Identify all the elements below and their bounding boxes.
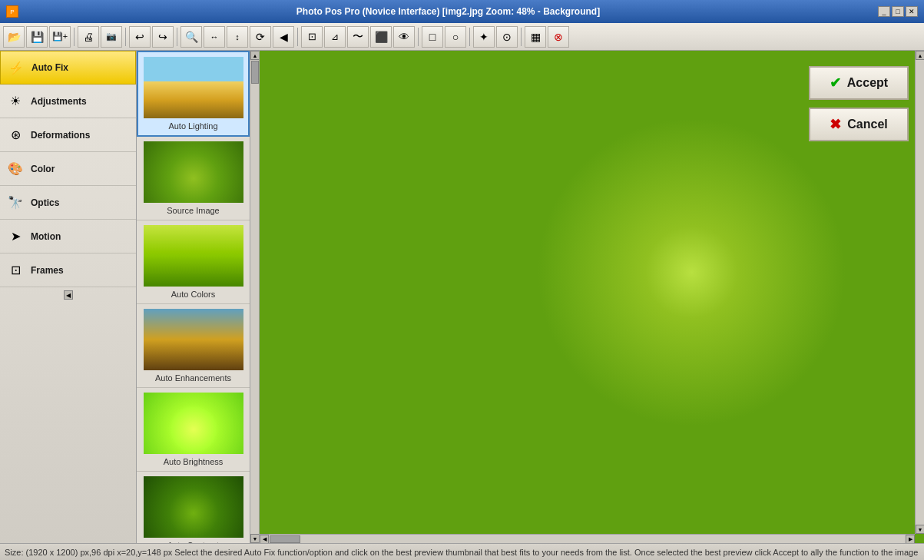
app-logo: P: [6, 5, 18, 18]
tb-sep-4: [297, 28, 298, 46]
action-buttons: ✔ Accept ✖ Cancel: [809, 66, 909, 141]
thumb-auto-brightness[interactable]: Auto Brightness: [137, 388, 250, 472]
main-area: ⚡ Auto Fix ☀ Adjustments ⊛ Deformations …: [0, 51, 924, 543]
zoom-button[interactable]: 🔍: [180, 26, 202, 48]
crop-button[interactable]: ⊡: [301, 26, 323, 48]
canvas-scroll-down[interactable]: ▼: [916, 525, 924, 534]
flip-h-button[interactable]: ↔: [204, 26, 225, 48]
deformations-icon: ⊛: [6, 126, 25, 144]
tb-sep-3: [177, 28, 177, 46]
thumb-auto-colors-label: Auto Colors: [141, 290, 245, 299]
titlebar: P Photo Pos Pro (Novice Interface) [img2…: [0, 0, 924, 23]
lasso-button[interactable]: ⊙: [496, 26, 518, 48]
accept-label: Accept: [847, 76, 888, 90]
sidebar-label-color: Color: [31, 164, 55, 174]
stamp-button[interactable]: ⬛: [370, 26, 392, 48]
sidebar-item-auto-fix[interactable]: ⚡ Auto Fix: [0, 51, 136, 84]
sidebar-label-deformations: Deformations: [31, 130, 90, 141]
sidebar-label-motion: Motion: [31, 231, 61, 242]
tb-sep-2: [125, 28, 126, 46]
warp-button[interactable]: 〜: [347, 26, 369, 48]
scroll-thumb-h[interactable]: [270, 535, 300, 543]
rotate-button[interactable]: ⟳: [250, 26, 271, 48]
levels-button[interactable]: ▦: [525, 26, 546, 48]
scroll-right-arrow[interactable]: ▶: [906, 535, 915, 543]
redo-button[interactable]: ↪: [152, 26, 174, 48]
adjustments-icon: ☀: [6, 92, 25, 111]
thumb-auto-lighting-label: Auto Lighting: [143, 121, 243, 131]
magic-wand-button[interactable]: ✦: [473, 26, 495, 48]
sidebar-item-adjustments[interactable]: ☀ Adjustments: [0, 84, 136, 118]
sidebar-label-frames: Frames: [31, 265, 64, 276]
open-button[interactable]: 📂: [3, 26, 25, 48]
back-button[interactable]: ◀: [273, 26, 294, 48]
sidebar-label-optics: Optics: [31, 197, 59, 208]
auto-fix-icon: ⚡: [7, 58, 25, 77]
cancel-button[interactable]: ✖ Cancel: [809, 108, 909, 141]
window-title: Photo Pos Pro (Novice Interface) [img2.j…: [18, 6, 878, 17]
scroll-up-arrow[interactable]: ▲: [250, 51, 260, 60]
thumb-source-image-image: [144, 141, 243, 203]
thumb-auto-enhancements-label: Auto Enhancements: [141, 373, 245, 383]
accept-icon: ✔: [830, 75, 841, 91]
sidebar: ⚡ Auto Fix ☀ Adjustments ⊛ Deformations …: [0, 51, 137, 543]
thumb-auto-colors[interactable]: Auto Colors: [137, 220, 250, 304]
window-controls[interactable]: _ □ ✕: [878, 6, 918, 17]
restore-button[interactable]: □: [892, 6, 904, 17]
thumb-source-image[interactable]: Source Image: [137, 137, 250, 220]
close-button[interactable]: ✕: [906, 6, 918, 17]
sidebar-collapse-button[interactable]: ◀: [64, 290, 73, 300]
ellipse-select-button[interactable]: ○: [445, 26, 466, 48]
tb-sep-6: [469, 28, 470, 46]
undo-button[interactable]: ↩: [129, 26, 151, 48]
cancel-icon: ✖: [830, 116, 841, 133]
sidebar-item-deformations[interactable]: ⊛ Deformations: [0, 118, 136, 152]
tb-sep-7: [521, 28, 522, 46]
status-text: Size: (1920 x 1200) px,96 dpi x=20,y=148…: [5, 548, 918, 557]
color-icon: 🎨: [6, 160, 25, 178]
scroll-thumb[interactable]: [251, 61, 259, 84]
thumb-auto-contrast-label: Auto Contrast: [141, 541, 245, 543]
tb-sep-1: [74, 28, 75, 46]
flip-v-button[interactable]: ↕: [227, 26, 248, 48]
sidebar-item-frames[interactable]: ⊡ Frames: [0, 253, 136, 287]
thumb-auto-brightness-label: Auto Brightness: [141, 457, 245, 466]
canvas-v-scrollbar[interactable]: ▲ ▼: [915, 51, 924, 534]
sidebar-item-motion[interactable]: ➤ Motion: [0, 220, 136, 253]
thumb-auto-enhancements[interactable]: Auto Enhancements: [137, 304, 250, 388]
canvas-area: ✔ Accept ✖ Cancel ◀ ▶ ▲ ▼: [260, 51, 924, 543]
optics-icon: 🔭: [6, 194, 25, 212]
canvas-scroll-up[interactable]: ▲: [916, 51, 924, 60]
perspective-button[interactable]: ⊿: [324, 26, 346, 48]
thumbnail-panel: Auto Lighting Source Image Auto Colors: [137, 51, 260, 543]
cancel-label: Cancel: [847, 118, 887, 131]
thumb-source-image-label: Source Image: [141, 206, 245, 215]
eye-button[interactable]: 👁: [393, 26, 415, 48]
thumb-auto-lighting-image: [144, 57, 243, 118]
rect-select-button[interactable]: □: [422, 26, 443, 48]
motion-icon: ➤: [6, 227, 25, 246]
save-button[interactable]: 💾: [26, 26, 48, 48]
scan-button[interactable]: 📷: [101, 26, 122, 48]
scroll-left-arrow[interactable]: ◀: [260, 535, 269, 543]
sidebar-item-optics[interactable]: 🔭 Optics: [0, 186, 136, 220]
minimize-button[interactable]: _: [878, 6, 890, 17]
canvas-h-scrollbar[interactable]: ◀ ▶: [260, 534, 915, 543]
frames-icon: ⊡: [6, 261, 25, 280]
accept-button[interactable]: ✔ Accept: [809, 66, 909, 100]
thumb-auto-enhancements-image: [144, 309, 243, 370]
toolbar: 📂 💾 💾+ 🖨 📷 ↩ ↪ 🔍 ↔ ↕ ⟳ ◀ ⊡ ⊿ 〜 ⬛ 👁 □ ○ ✦…: [0, 23, 924, 51]
sidebar-label-auto-fix: Auto Fix: [31, 62, 68, 73]
scroll-down-arrow[interactable]: ▼: [250, 534, 260, 543]
save-as-button[interactable]: 💾+: [49, 26, 71, 48]
print-button[interactable]: 🖨: [78, 26, 99, 48]
tb-sep-5: [418, 28, 419, 46]
sidebar-item-color[interactable]: 🎨 Color: [0, 152, 136, 186]
thumb-auto-brightness-image: [144, 393, 243, 454]
statusbar: Size: (1920 x 1200) px,96 dpi x=20,y=148…: [0, 543, 924, 560]
panel-scrollbar[interactable]: ▲ ▼: [250, 51, 259, 543]
thumb-auto-contrast[interactable]: Auto Contrast: [137, 472, 250, 543]
thumb-auto-colors-image: [144, 225, 243, 287]
thumb-auto-lighting[interactable]: Auto Lighting: [137, 51, 250, 137]
ban-button[interactable]: ⊗: [548, 26, 569, 48]
